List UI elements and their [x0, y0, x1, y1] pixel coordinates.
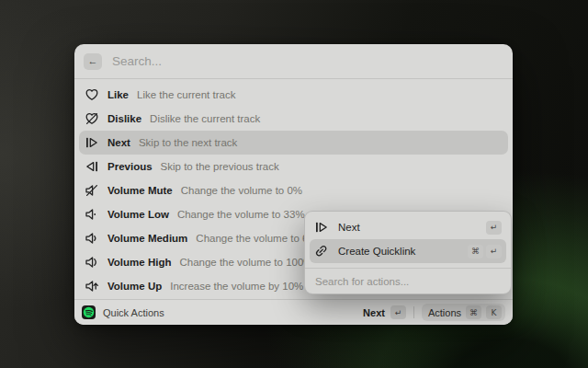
list-item-title: Next [107, 137, 130, 148]
list-item-title: Previous [107, 161, 153, 172]
action-item-next[interactable]: Next ↵ [310, 215, 506, 239]
skip-back-icon [85, 159, 99, 174]
footer-divider [413, 306, 414, 318]
link-icon [314, 244, 329, 259]
back-arrow-icon: ← [88, 56, 98, 66]
actions-search-bar [305, 268, 511, 293]
list-item-next[interactable]: Next Skip to the next track [79, 131, 508, 155]
action-item-create-quicklink[interactable]: Create Quicklink ⌘ ↵ [310, 239, 506, 263]
actions-panel-list: Next ↵ Create Quicklink ⌘ ↵ [305, 212, 511, 268]
footer-actions: Next ↵ Actions ⌘ K [363, 304, 505, 321]
search-bar: ← [74, 44, 513, 79]
list-item-previous[interactable]: Previous Skip to the previous track [79, 155, 508, 178]
actions-panel-popup: Next ↵ Create Quicklink ⌘ ↵ [304, 211, 512, 294]
return-key-badge: ↵ [390, 305, 406, 319]
command-name-label: Quick Actions [103, 307, 164, 318]
action-item-label: Next [338, 222, 486, 233]
status-bar: Quick Actions Next ↵ Actions ⌘ K [74, 299, 513, 325]
desktop-background: ← Like Like the current track Dislike Di… [0, 0, 588, 368]
return-key-badge: ↵ [486, 221, 502, 235]
heart-icon [85, 87, 99, 102]
list-item-volume-mute[interactable]: Volume Mute Change the volume to 0% [79, 178, 508, 202]
search-input[interactable] [110, 53, 502, 69]
actions-menu-button[interactable]: Actions ⌘ K [422, 304, 505, 321]
list-item-title: Volume Medium [107, 233, 187, 244]
actions-button-label: Actions [428, 307, 461, 318]
skip-forward-icon [314, 220, 329, 235]
list-item-like[interactable]: Like Like the current track [79, 83, 508, 107]
list-item-subtitle: Change the volume to 100% [179, 257, 312, 268]
list-item-subtitle: Increase the volume by 10% [170, 281, 303, 292]
list-item-title: Volume Up [107, 281, 162, 292]
action-item-keys: ↵ [486, 221, 502, 235]
k-key-badge: K [486, 305, 502, 319]
heart-slash-icon [85, 111, 99, 126]
list-item-title: Volume Low [107, 209, 169, 220]
list-item-dislike[interactable]: Dislike Dislike the current track [79, 107, 508, 131]
speaker-medium-icon [85, 231, 99, 246]
return-key-badge: ↵ [486, 245, 502, 259]
action-item-label: Create Quicklink [338, 246, 468, 257]
back-button[interactable]: ← [84, 53, 102, 70]
action-item-keys: ⌘ ↵ [468, 245, 502, 259]
list-item-title: Volume High [107, 257, 171, 268]
spotify-icon [82, 305, 96, 319]
skip-forward-icon [85, 135, 99, 150]
list-item-subtitle: Skip to the next track [139, 137, 237, 148]
list-item-subtitle: Skip to the previous track [161, 161, 279, 172]
actions-search-input[interactable] [311, 276, 505, 287]
list-item-subtitle: Like the current track [137, 89, 235, 100]
speaker-low-icon [85, 207, 99, 222]
list-item-subtitle: Change the volume to 33% [177, 209, 305, 220]
list-item-title: Dislike [107, 113, 141, 124]
speaker-mute-icon [85, 183, 99, 198]
list-item-subtitle: Change the volume to 0% [181, 185, 302, 196]
command-key-badge: ⌘ [468, 245, 483, 259]
command-key-badge: ⌘ [466, 305, 481, 319]
list-item-title: Like [107, 89, 129, 100]
speaker-high-icon [85, 255, 99, 270]
list-item-subtitle: Dislike the current track [150, 113, 260, 124]
primary-action-label[interactable]: Next [363, 307, 385, 318]
speaker-up-icon [85, 279, 99, 293]
list-item-title: Volume Mute [107, 185, 173, 196]
